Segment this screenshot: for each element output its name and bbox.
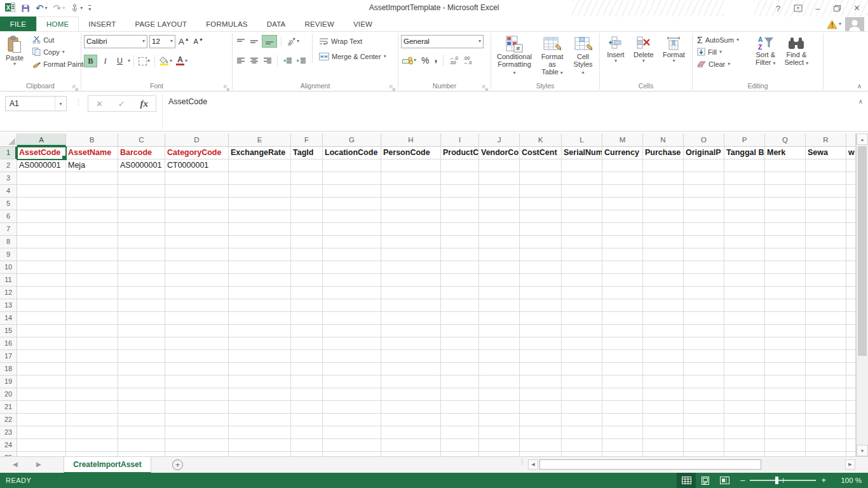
cell-D16[interactable] [165,337,229,350]
cell-N7[interactable] [643,223,684,236]
cell-R8[interactable] [806,236,846,248]
tab-scrollbar-splitter[interactable]: ⋮ [519,460,526,463]
top-align-button[interactable] [235,35,247,48]
cell-S22[interactable] [846,414,856,426]
cell-E10[interactable] [229,261,291,274]
close-button[interactable]: × [848,1,865,15]
copy-dropdown[interactable]: ▾ [62,50,65,55]
wrap-text-button[interactable]: Wrap Text [317,34,388,49]
cell-O6[interactable] [684,210,724,223]
cell-J22[interactable] [479,414,520,426]
cell-H12[interactable] [381,287,441,299]
cell-O12[interactable] [684,287,724,299]
cell-A19[interactable] [17,376,66,388]
cell-H14[interactable] [381,312,441,325]
cell-C11[interactable] [118,274,165,287]
cell-O15[interactable] [684,325,724,337]
cell-F8[interactable] [291,236,323,248]
row-header-22[interactable]: 22 [0,414,17,426]
cell-K12[interactable] [520,287,562,299]
cell-P1[interactable]: Tanggal B [724,147,765,159]
tab-review[interactable]: REVIEW [295,17,344,31]
cell-Q1[interactable]: Merk [765,147,806,159]
cell-N18[interactable] [643,363,684,376]
cell-R14[interactable] [806,312,846,325]
font-size-select[interactable]: 12▾ [149,35,175,48]
cell-M22[interactable] [602,414,643,426]
normal-view-button[interactable] [677,473,696,488]
cell-Q21[interactable] [765,401,806,414]
cell-O13[interactable] [684,299,724,312]
cell-E12[interactable] [229,287,291,299]
cell-B1[interactable]: AssetName [66,147,118,159]
sort-filter-button[interactable]: AZ Sort & Filter ▾ [752,34,779,78]
cell-E17[interactable] [229,350,291,363]
previous-sheet-button[interactable]: ◀ [13,461,18,468]
cell-N9[interactable] [643,248,684,261]
cell-P23[interactable] [724,426,765,439]
cell-P17[interactable] [724,350,765,363]
cell-I10[interactable] [441,261,479,274]
cell-M11[interactable] [602,274,643,287]
cell-P5[interactable] [724,198,765,210]
cell-L21[interactable] [562,401,602,414]
insert-dropdown[interactable]: ▾ [614,58,617,64]
cell-F4[interactable] [291,185,323,198]
cell-D2[interactable]: CT0000001 [165,159,229,172]
restore-button[interactable] [829,1,846,15]
clear-button[interactable]: Clear ▾ [695,58,750,70]
cell-E2[interactable] [229,159,291,172]
align-center-button[interactable] [248,54,260,67]
cell-C6[interactable] [118,210,165,223]
cell-R22[interactable] [806,414,846,426]
cell-S3[interactable] [846,172,856,185]
cell-H4[interactable] [381,185,441,198]
borders-button[interactable]: ▾ [137,55,151,67]
cell-A24[interactable] [17,439,66,452]
cell-R23[interactable] [806,426,846,439]
cell-B14[interactable] [66,312,118,325]
cell-L24[interactable] [562,439,602,452]
cell-S5[interactable] [846,198,856,210]
cell-I2[interactable] [441,159,479,172]
cell-Q20[interactable] [765,388,806,401]
cell-D22[interactable] [165,414,229,426]
cell-A7[interactable] [17,223,66,236]
font-color-button[interactable]: A ▾ [175,55,189,67]
tab-data[interactable]: DATA [257,17,295,31]
cell-A16[interactable] [17,337,66,350]
cell-L1[interactable]: SerialNum [562,147,602,159]
decrease-indent-button[interactable] [281,54,294,67]
accounting-dropdown[interactable]: ▾ [414,58,416,63]
cell-H23[interactable] [381,426,441,439]
cell-S10[interactable] [846,261,856,274]
cell-K19[interactable] [520,376,562,388]
cell-P4[interactable] [724,185,765,198]
cell-Q25[interactable] [765,452,806,456]
cell-K9[interactable] [520,248,562,261]
row-header-11[interactable]: 11 [0,274,17,287]
cell-N23[interactable] [643,426,684,439]
cell-L12[interactable] [562,287,602,299]
cell-N4[interactable] [643,185,684,198]
cell-C19[interactable] [118,376,165,388]
cell-F16[interactable] [291,337,323,350]
cell-K13[interactable] [520,299,562,312]
format-cells-button[interactable]: Format ▾ [660,34,688,78]
cell-H7[interactable] [381,223,441,236]
row-header-15[interactable]: 15 [0,325,17,337]
decrease-decimal-button[interactable]: .00→.0 [462,56,473,65]
cell-B12[interactable] [66,287,118,299]
scroll-up-button[interactable]: ▲ [857,133,868,145]
cell-K15[interactable] [520,325,562,337]
cell-Q2[interactable] [765,159,806,172]
cell-S7[interactable] [846,223,856,236]
cell-K16[interactable] [520,337,562,350]
cell-I6[interactable] [441,210,479,223]
cell-D13[interactable] [165,299,229,312]
cell-S19[interactable] [846,376,856,388]
column-header-R[interactable]: R [806,133,846,147]
cell-E16[interactable] [229,337,291,350]
tab-formulas[interactable]: FORMULAS [196,17,257,31]
cell-Q4[interactable] [765,185,806,198]
